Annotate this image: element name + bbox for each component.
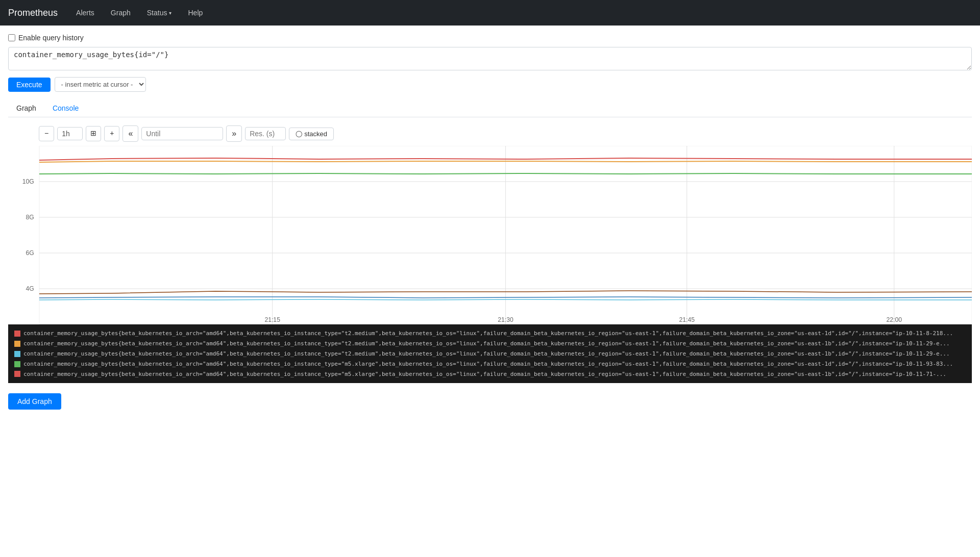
- brand-logo[interactable]: Prometheus: [8, 8, 58, 18]
- svg-text:21:30: 21:30: [498, 316, 513, 323]
- legend-text-5: container_memory_usage_bytes{beta_kubern…: [23, 369, 946, 379]
- legend: container_memory_usage_bytes{beta_kubern…: [8, 324, 972, 383]
- svg-text:21:45: 21:45: [679, 316, 695, 323]
- svg-text:6G: 6G: [26, 249, 34, 257]
- legend-item: container_memory_usage_bytes{beta_kubern…: [14, 328, 966, 339]
- legend-item: container_memory_usage_bytes{beta_kubern…: [14, 349, 966, 359]
- query-history-label: Enable query history: [18, 34, 84, 42]
- chevron-down-icon: ▾: [169, 10, 172, 16]
- legend-item: container_memory_usage_bytes{beta_kubern…: [14, 359, 966, 369]
- stacked-label: stacked: [304, 130, 327, 138]
- nav-status[interactable]: Status ▾: [141, 5, 178, 21]
- svg-text:10G: 10G: [22, 178, 34, 185]
- svg-text:22:00: 22:00: [887, 316, 902, 323]
- legend-text-4: container_memory_usage_bytes{beta_kubern…: [23, 359, 953, 369]
- tab-graph[interactable]: Graph: [8, 100, 44, 117]
- execute-button[interactable]: Execute: [8, 78, 51, 92]
- svg-text:4G: 4G: [26, 285, 34, 292]
- legend-item: container_memory_usage_bytes{beta_kubern…: [14, 339, 966, 349]
- legend-text-1: container_memory_usage_bytes{beta_kubern…: [23, 328, 953, 339]
- query-history-row: Enable query history: [8, 34, 972, 42]
- graph-svg-container: 10G 8G 6G 4G 21:15 21:30 21:45 22:00: [8, 146, 972, 324]
- graph-svg: 10G 8G 6G 4G 21:15 21:30 21:45 22:00: [8, 146, 972, 324]
- res-input[interactable]: [245, 127, 286, 140]
- graph-area: 10G 8G 6G 4G 21:15 21:30 21:45 22:00: [8, 146, 972, 383]
- back-button[interactable]: «: [122, 125, 138, 142]
- nav-graph[interactable]: Graph: [105, 5, 137, 21]
- main-content: Enable query history container_memory_us…: [0, 26, 980, 418]
- zoom-out-button[interactable]: −: [39, 126, 54, 141]
- legend-color-4: [14, 361, 20, 367]
- zoom-in-button[interactable]: +: [104, 126, 119, 141]
- legend-color-5: [14, 371, 20, 377]
- tab-console[interactable]: Console: [44, 100, 87, 117]
- legend-color-2: [14, 341, 20, 347]
- svg-text:8G: 8G: [26, 214, 34, 221]
- nav-help[interactable]: Help: [182, 5, 209, 21]
- tabs-row: Graph Console: [8, 100, 972, 117]
- format-button[interactable]: ⊞: [86, 126, 101, 141]
- legend-text-3: container_memory_usage_bytes{beta_kubern…: [23, 349, 950, 359]
- legend-item: container_memory_usage_bytes{beta_kubern…: [14, 369, 966, 379]
- graph-controls: − ⊞ + « » ◯ stacked: [39, 125, 972, 142]
- forward-button[interactable]: »: [226, 125, 242, 142]
- execute-row: Execute - insert metric at cursor -: [8, 77, 972, 92]
- query-history-checkbox[interactable]: [8, 34, 15, 41]
- nav-alerts[interactable]: Alerts: [70, 5, 101, 21]
- duration-input[interactable]: [57, 127, 83, 140]
- until-input[interactable]: [141, 127, 223, 140]
- legend-color-3: [14, 351, 20, 357]
- legend-color-1: [14, 331, 20, 337]
- add-graph-button[interactable]: Add Graph: [8, 393, 61, 410]
- svg-text:21:15: 21:15: [264, 316, 280, 323]
- stacked-button[interactable]: ◯ stacked: [289, 128, 334, 140]
- metric-select[interactable]: - insert metric at cursor -: [55, 77, 146, 92]
- stacked-icon: ◯: [296, 130, 302, 137]
- add-graph-section: Add Graph: [8, 393, 972, 410]
- nav-status-label: Status: [147, 9, 167, 17]
- navbar: Prometheus Alerts Graph Status ▾ Help: [0, 0, 980, 26]
- query-input[interactable]: container_memory_usage_bytes{id="/"}: [8, 47, 972, 70]
- legend-text-2: container_memory_usage_bytes{beta_kubern…: [23, 339, 950, 349]
